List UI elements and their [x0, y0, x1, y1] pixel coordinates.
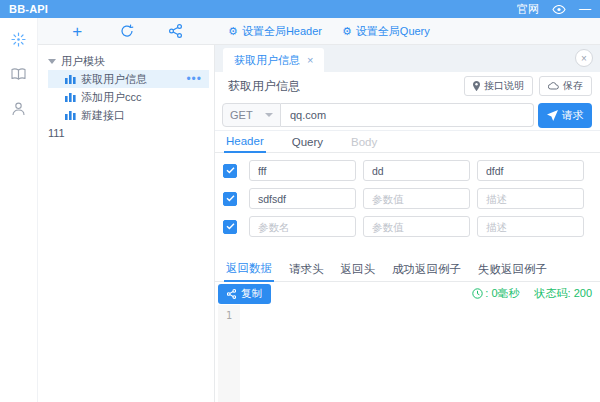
spacer — [215, 237, 600, 259]
app-window: BB-API 官网 — — [0, 0, 600, 402]
cloud-icon — [548, 82, 559, 90]
send-request-button[interactable]: 请求 — [538, 103, 592, 128]
chevron-down-icon — [265, 113, 273, 117]
document-tabbar: 获取用户信息 × × — [215, 45, 600, 72]
website-link[interactable]: 官网 — [517, 2, 539, 17]
param-tabs: Header Query Body — [215, 131, 600, 153]
param-desc-input[interactable] — [477, 216, 584, 237]
status-code: 状态码: 200 — [535, 286, 592, 301]
param-name-input[interactable] — [249, 216, 356, 237]
checkbox-checked[interactable] — [223, 164, 237, 178]
param-value-input[interactable] — [363, 160, 470, 181]
share-alt-icon — [227, 289, 236, 299]
request-bar: GET 请求 — [215, 100, 600, 131]
tab-get-user-info[interactable]: 获取用户信息 × — [223, 48, 324, 72]
app-title: BB-API — [9, 3, 48, 15]
method-value: GET — [230, 109, 253, 121]
tab-close-icon[interactable]: × — [307, 55, 313, 66]
response-toolbar: 复制 : 0毫秒 状态码: 200 — [215, 282, 600, 305]
editor-gutter: 1 — [218, 305, 240, 402]
share-icon[interactable] — [166, 21, 186, 41]
gear-icon: ⚙ — [228, 26, 238, 37]
tab-body[interactable]: Body — [349, 136, 379, 152]
more-actions-icon[interactable]: ••• — [186, 77, 209, 82]
checkbox-checked[interactable] — [223, 192, 237, 206]
param-value-input[interactable] — [363, 216, 470, 237]
checkbox-checked[interactable] — [223, 220, 237, 234]
user-icon[interactable] — [11, 101, 27, 117]
debug-sparkle-icon[interactable] — [11, 31, 27, 47]
tree-item-get-user-info[interactable]: 获取用户信息 ••• — [48, 70, 209, 88]
main-panel: 获取用户信息 × × 获取用户信息 接口说明 — [215, 45, 600, 402]
set-global-query-link[interactable]: ⚙ 设置全局Query — [342, 24, 430, 39]
param-desc-input[interactable] — [477, 188, 584, 209]
tree-item-111[interactable]: 111 — [38, 124, 214, 142]
title-buttons: 接口说明 保存 — [464, 76, 592, 96]
book-icon[interactable] — [11, 66, 27, 82]
save-button[interactable]: 保存 — [539, 76, 592, 96]
copy-button[interactable]: 复制 — [218, 284, 271, 304]
param-name-input[interactable] — [249, 188, 356, 209]
tree-root-label: 用户模块 — [61, 54, 105, 69]
tree-item-label: 获取用户信息 — [81, 72, 147, 87]
editor-content[interactable] — [240, 305, 600, 402]
toolbar-tree-actions: + — [38, 21, 215, 41]
tab-success-example[interactable]: 成功返回例子 — [390, 262, 463, 281]
refresh-icon[interactable] — [117, 21, 137, 41]
tab-header[interactable]: Header — [224, 135, 266, 153]
tab-response-headers[interactable]: 返回头 — [339, 262, 378, 281]
param-row — [223, 216, 592, 237]
minimize-icon[interactable]: — — [579, 3, 591, 15]
response-editor: 1 — [215, 305, 600, 402]
send-icon — [547, 110, 558, 121]
global-settings: ⚙ 设置全局Header ⚙ 设置全局Query — [215, 24, 430, 39]
api-title-row: 获取用户信息 接口说明 — [215, 72, 600, 100]
duration-status: : 0毫秒 — [472, 286, 519, 301]
url-input[interactable] — [281, 103, 534, 127]
nav-rail — [0, 18, 38, 402]
param-row — [223, 160, 592, 181]
add-icon[interactable]: + — [67, 21, 87, 41]
gear-icon: ⚙ — [342, 26, 352, 37]
param-name-input[interactable] — [249, 160, 356, 181]
page-title: 获取用户信息 — [228, 78, 300, 95]
tree-item-label: 新建接口 — [81, 108, 125, 123]
tab-fail-example[interactable]: 失败返回例子 — [476, 262, 549, 281]
tree-item-new-api[interactable]: 新建接口 — [48, 106, 209, 124]
method-select[interactable]: GET — [222, 103, 281, 127]
tab-response-data[interactable]: 返回数据 — [224, 261, 274, 282]
api-doc-button[interactable]: 接口说明 — [464, 76, 533, 96]
tree-item-label: 添加用户ccc — [81, 90, 142, 105]
api-node-icon — [65, 110, 76, 120]
param-rows — [215, 153, 600, 237]
tab-label: 获取用户信息 — [234, 53, 300, 68]
titlebar-actions: 官网 — — [517, 2, 591, 17]
tab-query[interactable]: Query — [290, 136, 325, 152]
collapse-caret-icon[interactable] — [48, 59, 56, 64]
response-tabs: 返回数据 请求头 返回头 成功返回例子 失败返回例子 — [215, 260, 600, 282]
tab-request-headers[interactable]: 请求头 — [287, 262, 326, 281]
response-status: : 0毫秒 状态码: 200 — [472, 286, 592, 301]
pin-icon — [473, 81, 480, 91]
clock-icon — [472, 288, 483, 299]
param-row — [223, 188, 592, 209]
close-all-icon[interactable]: × — [575, 49, 593, 67]
api-tree: 用户模块 获取用户信息 ••• 添加用户ccc — [38, 45, 215, 402]
param-value-input[interactable] — [363, 188, 470, 209]
toolbar: + ⚙ — [38, 18, 600, 45]
api-node-icon — [65, 92, 76, 102]
api-node-icon — [65, 74, 76, 84]
tree-item-add-user[interactable]: 添加用户ccc — [48, 88, 209, 106]
set-global-header-link[interactable]: ⚙ 设置全局Header — [228, 24, 322, 39]
param-desc-input[interactable] — [477, 160, 584, 181]
tree-root-module[interactable]: 用户模块 — [38, 52, 214, 70]
tree-item-label: 111 — [48, 127, 65, 139]
eye-icon[interactable] — [552, 5, 566, 14]
titlebar: BB-API 官网 — — [0, 0, 600, 18]
